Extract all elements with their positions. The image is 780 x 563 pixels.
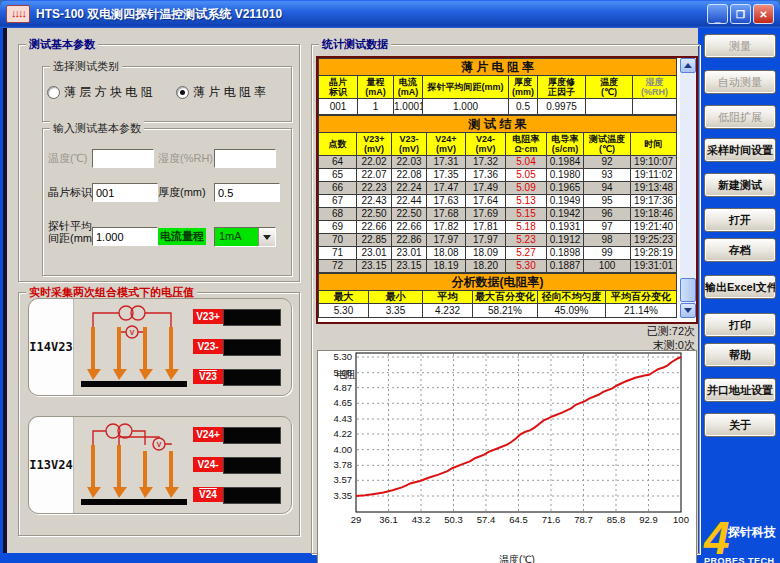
current-range-select[interactable]: 1mA (214, 227, 276, 247)
sampling-time-button[interactable]: 采样时间设置 (704, 138, 776, 162)
radio-sheet-square-resistance[interactable]: 薄 层 方 块 电 阻 (47, 84, 153, 101)
table-cell: 19:11:02 (631, 169, 677, 182)
table-cell: 0.1980 (547, 169, 584, 182)
table-cell: 19:18:46 (631, 208, 677, 221)
table-cell: 17.32 (466, 156, 506, 169)
current-range-label: 电流量程 (158, 228, 206, 245)
table-cell: 99 (584, 247, 631, 260)
wafer-id-input[interactable] (92, 183, 158, 202)
table-cell: 22.50 (357, 208, 392, 221)
client-area: 测试基本参数 选择测试类别 薄 层 方 块 电 阻 薄 片 电 阻 率 输入测试… (0, 28, 780, 563)
table-cell: 22.85 (357, 234, 392, 247)
table-cell (586, 99, 633, 115)
logo-en-text: PROBES TECH (704, 556, 775, 563)
table-row: 6622.2322.2417.4717.495.090.19659419:13:… (319, 182, 677, 195)
table-cell: 17.36 (466, 169, 506, 182)
table-cell: 0.1984 (547, 156, 584, 169)
table-cell: 17.97 (427, 234, 466, 247)
about-button[interactable]: 关于 (704, 413, 776, 437)
svg-text:3.78: 3.78 (334, 459, 353, 470)
table-cell: 18.08 (427, 247, 466, 260)
radio-label: 薄 层 方 块 电 阻 (64, 84, 153, 101)
table-cell: 93 (584, 169, 631, 182)
open-button[interactable]: 打开 (704, 208, 776, 232)
radio-sheet-resistivity[interactable]: 薄 片 电 阻 率 (176, 84, 266, 101)
table-row: 5.303.354.23258.21%45.09%21.14% (319, 304, 677, 318)
chart-xlabel: 温度(℃) (417, 553, 617, 563)
svg-text:V: V (157, 441, 162, 448)
table-cell: 19:28:19 (631, 247, 677, 260)
sheet-resistivity-table: 薄 片 电 阻 率晶片标识量程(mA)电流(mA)探针平均间距(mm)厚度(mm… (318, 58, 676, 115)
measure-button[interactable]: 测量 (704, 34, 776, 58)
new-test-button[interactable]: 新建测试 (704, 173, 776, 197)
parallel-port-button[interactable]: 并口地址设置 (704, 378, 776, 402)
test-result-table: 测 试 结 果点数V23+(mV)V23-(mV)V24+(mV)V24-(mV… (318, 115, 676, 273)
table-cell: 96 (584, 208, 631, 221)
help-button[interactable]: 帮助 (704, 343, 776, 367)
low-resistance-extend-button[interactable]: 低阻扩展 (704, 105, 776, 129)
table-cell: 1.0001 (394, 99, 423, 115)
svg-text:4.65: 4.65 (334, 397, 353, 408)
svg-text:29: 29 (351, 514, 362, 525)
table-cell: 5.23 (506, 234, 547, 247)
export-excel-button[interactable]: 输出Excel文件 (704, 275, 776, 299)
table-cell: 0.1931 (547, 221, 584, 234)
temperature-curve-chart: 3.353.573.784.004.224.434.654.875.085.30… (313, 333, 698, 533)
thickness-input[interactable] (214, 183, 280, 202)
restore-button[interactable]: ❐ (730, 4, 751, 24)
table-cell: 66 (319, 182, 357, 195)
table-cell: 98 (584, 234, 631, 247)
temperature-label: 温度(℃) (48, 152, 87, 164)
category-group-title: 选择测试类别 (50, 59, 122, 74)
stats-group-title: 统计测试数据 (319, 37, 391, 52)
table-row: 6922.6622.6617.8217.815.180.19319719:21:… (319, 221, 677, 234)
table-cell: 17.31 (427, 156, 466, 169)
table-cell: 5.09 (506, 182, 547, 195)
temperature-input[interactable] (92, 149, 154, 168)
svg-text:4.87: 4.87 (334, 382, 353, 393)
svg-text:3.35: 3.35 (334, 490, 353, 501)
save-button[interactable]: 存档 (704, 238, 776, 262)
v24-minus-display (223, 457, 281, 474)
svg-text:64.5: 64.5 (509, 514, 528, 525)
table-cell: 97 (584, 221, 631, 234)
chevron-down-icon[interactable] (258, 228, 275, 246)
params-group-title: 测试基本参数 (26, 37, 98, 52)
table-cell: 17.35 (427, 169, 466, 182)
auto-measure-button[interactable]: 自动测量 (704, 70, 776, 94)
table-cell: 22.24 (392, 182, 427, 195)
table-cell: 92 (584, 156, 631, 169)
table-cell: 3.35 (369, 304, 423, 318)
probe-spacing-input[interactable] (92, 227, 158, 246)
table-row: 7123.0123.0118.0818.095.270.18989919:28:… (319, 247, 677, 260)
scroll-up-icon[interactable] (680, 58, 696, 73)
v24-avg-display (223, 487, 281, 504)
table-cell: 19:25:23 (631, 234, 677, 247)
table-cell: 17.47 (427, 182, 466, 195)
humidity-input[interactable] (214, 149, 276, 168)
table-cell: 5.04 (506, 156, 547, 169)
svg-text:4.43: 4.43 (334, 413, 353, 424)
table-cell: 95 (584, 195, 631, 208)
sidebar: 测量 自动测量 低阻扩展 采样时间设置 新建测试 打开 存档 输出Excel文件… (698, 28, 777, 563)
mode-label: I14V23 (29, 299, 74, 395)
table-cell: 64 (319, 156, 357, 169)
table-cell: 22.23 (357, 182, 392, 195)
scroll-thumb[interactable] (680, 278, 696, 302)
print-button[interactable]: 打印 (704, 313, 776, 337)
wafer-id-label: 晶片标识 (48, 186, 92, 198)
table-column-header: 晶片标识量程(mA)电流(mA)探针平均间距(mm)厚度(mm)厚度修正因子温度… (319, 76, 677, 99)
table-cell: 18.20 (466, 260, 506, 273)
table-scrollbar[interactable] (680, 58, 696, 318)
table-cell: 5.18 (506, 221, 547, 234)
svg-text:4.22: 4.22 (334, 428, 353, 439)
scroll-down-icon[interactable] (680, 303, 696, 318)
radio-dot (47, 86, 60, 99)
close-button[interactable]: ✕ (753, 4, 774, 24)
table-cell: 17.81 (466, 221, 506, 234)
app-icon: ↓↓↓↓ (6, 5, 30, 23)
minimize-button[interactable]: _ (707, 4, 728, 24)
table-cell: 22.02 (357, 156, 392, 169)
table-cell: 0.1949 (547, 195, 584, 208)
table-column-header: 最大最小平均最大百分变化径向不均匀度平均百分变化 (319, 291, 677, 304)
